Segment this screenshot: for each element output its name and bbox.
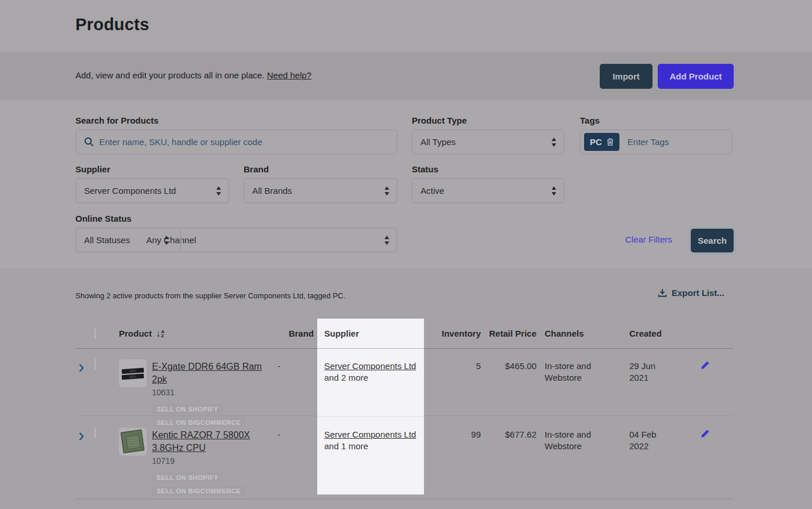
- brand-value: -: [264, 429, 317, 441]
- header-product-label: Product: [119, 328, 152, 338]
- channel-value[interactable]: Any Channel: [130, 235, 196, 245]
- brand-filter-label: Brand: [244, 164, 269, 174]
- status-select[interactable]: Active: [412, 178, 564, 203]
- brand-value: -: [264, 360, 317, 372]
- search-button[interactable]: Search: [691, 229, 734, 252]
- product-sku: 10719: [152, 456, 264, 465]
- supplier-link[interactable]: Server Components Ltd: [324, 361, 416, 371]
- select-arrows-icon: [385, 186, 389, 196]
- supplier-cell: Server Components Ltd and 2 more: [317, 359, 424, 384]
- tags-field[interactable]: PC: [580, 129, 733, 154]
- product-sku: 10631: [152, 388, 264, 397]
- page-title: Products: [75, 15, 149, 34]
- sort-arrow: ↓: [156, 330, 161, 338]
- download-icon: [658, 288, 667, 297]
- sort-letter-z: Z: [161, 334, 165, 338]
- supplier-filter-value: Server Components Ltd: [76, 186, 176, 196]
- product-name-link[interactable]: E-Xgate DDR6 64GB Ram 2pk: [152, 362, 262, 384]
- row-checkbox[interactable]: [95, 359, 96, 370]
- export-list-label: Export List...: [672, 288, 724, 298]
- sell-on-bigcommerce-badge: SELL ON BIGCOMMERCE: [152, 486, 245, 496]
- chevron-right-icon[interactable]: [79, 364, 84, 372]
- filters-panel: Search for Products Product Type All Typ…: [0, 100, 812, 268]
- supplier-select[interactable]: Server Components Ltd: [75, 178, 229, 203]
- product-type-select[interactable]: All Types: [412, 129, 564, 154]
- tags-input[interactable]: [628, 137, 732, 147]
- trash-icon[interactable]: [607, 138, 614, 146]
- channels-cell: In-store and Webstore: [536, 428, 621, 452]
- product-image: [119, 428, 147, 456]
- header-brand: Brand: [264, 328, 317, 338]
- clear-filters-link[interactable]: Clear Filters: [625, 234, 672, 244]
- search-field[interactable]: [75, 129, 397, 154]
- created-cell: 29 Jun 2021: [621, 359, 685, 384]
- channels-value: In-store and Webstore: [545, 360, 598, 384]
- select-arrows-icon: [552, 186, 556, 196]
- product-image: [119, 359, 147, 387]
- channels-cell: In-store and Webstore: [536, 359, 621, 384]
- online-status-value[interactable]: All Statuses: [76, 235, 130, 245]
- tag-chip-label: PC: [590, 137, 602, 147]
- sell-on-shopify-badge: SELL ON SHOPIFY: [152, 404, 223, 414]
- retail-price-cell: $677.62: [481, 428, 536, 441]
- created-cell: 04 Feb 2022: [621, 428, 685, 452]
- inventory-cell: 5: [424, 359, 481, 372]
- tags-label: Tags: [580, 115, 600, 125]
- help-text: Add, view and edit your products all in …: [75, 70, 311, 80]
- chevron-right-icon[interactable]: [79, 432, 84, 441]
- search-label: Search for Products: [75, 115, 158, 125]
- sort-az-icon[interactable]: ↓ AZ: [156, 330, 165, 338]
- online-status-label: Online Status: [75, 214, 132, 223]
- product-info: Kentic RAZOR 7 5800X 3.8GHz CPU 10719 SE…: [152, 428, 264, 496]
- export-list-link[interactable]: Export List...: [658, 288, 724, 298]
- row-expand-cell: [75, 428, 90, 443]
- supplier-cell: Server Components Ltd and 1 more: [317, 428, 424, 452]
- header-checkbox-cell: [90, 328, 119, 338]
- created-value: 29 Jun 2021: [629, 360, 666, 384]
- help-text-body: Add, view and edit your products all in …: [75, 70, 267, 80]
- product-type-value: All Types: [412, 137, 456, 147]
- supplier-filter-label: Supplier: [75, 164, 110, 174]
- tag-chip-pc[interactable]: PC: [584, 133, 619, 151]
- search-icon: [84, 137, 94, 147]
- header-channels: Channels: [536, 328, 621, 338]
- results-summary: Showing 2 active products from the suppl…: [75, 291, 345, 300]
- add-product-button[interactable]: Add Product: [658, 64, 734, 89]
- product-cell: E-Xgate DDR6 64GB Ram 2pk 10631 SELL ON …: [119, 359, 264, 428]
- header-supplier: Supplier: [317, 328, 424, 338]
- brand-filter-value: All Brands: [244, 186, 292, 196]
- row-checkbox[interactable]: [95, 427, 96, 438]
- channel-badges: SELL ON SHOPIFY SELL ON BIGCOMMERCE: [152, 472, 264, 496]
- header-inventory: Inventory: [424, 328, 481, 338]
- supplier-link[interactable]: Server Components Ltd: [324, 429, 416, 439]
- select-all-checkbox[interactable]: [95, 328, 96, 339]
- retail-price-cell: $465.00: [481, 359, 536, 372]
- select-arrows-icon: [164, 236, 169, 245]
- brand-cell: -: [264, 428, 317, 441]
- edit-pencil-icon[interactable]: [701, 429, 710, 438]
- inventory-value: 99: [424, 429, 481, 441]
- search-input[interactable]: [99, 137, 397, 147]
- row-expand-cell: [75, 359, 90, 374]
- inventory-value: 5: [424, 360, 481, 372]
- retail-price-value: $677.62: [481, 429, 536, 441]
- need-help-link[interactable]: Need help?: [267, 70, 311, 80]
- import-button[interactable]: Import: [600, 64, 652, 89]
- channel-badges: SELL ON SHOPIFY SELL ON BIGCOMMERCE: [152, 404, 264, 428]
- product-info: E-Xgate DDR6 64GB Ram 2pk 10631 SELL ON …: [152, 359, 264, 428]
- edit-cell: [685, 359, 733, 372]
- channels-value: In-store and Webstore: [545, 429, 598, 452]
- header-retail-price: Retail Price: [481, 328, 536, 338]
- select-arrows-icon: [552, 138, 556, 147]
- brand-select[interactable]: All Brands: [244, 178, 397, 203]
- supplier-more: and 2 more: [324, 372, 424, 384]
- edit-pencil-icon[interactable]: [701, 360, 710, 370]
- sell-on-shopify-badge: SELL ON SHOPIFY: [152, 472, 223, 483]
- sell-on-bigcommerce-badge: SELL ON BIGCOMMERCE: [152, 417, 245, 428]
- product-cell: Kentic RAZOR 7 5800X 3.8GHz CPU 10719 SE…: [119, 428, 264, 496]
- retail-price-value: $465.00: [481, 360, 536, 372]
- edit-cell: [685, 428, 733, 441]
- product-name-link[interactable]: Kentic RAZOR 7 5800X 3.8GHz CPU: [152, 430, 250, 453]
- row-checkbox-cell: [90, 428, 119, 438]
- brand-cell: -: [264, 359, 317, 372]
